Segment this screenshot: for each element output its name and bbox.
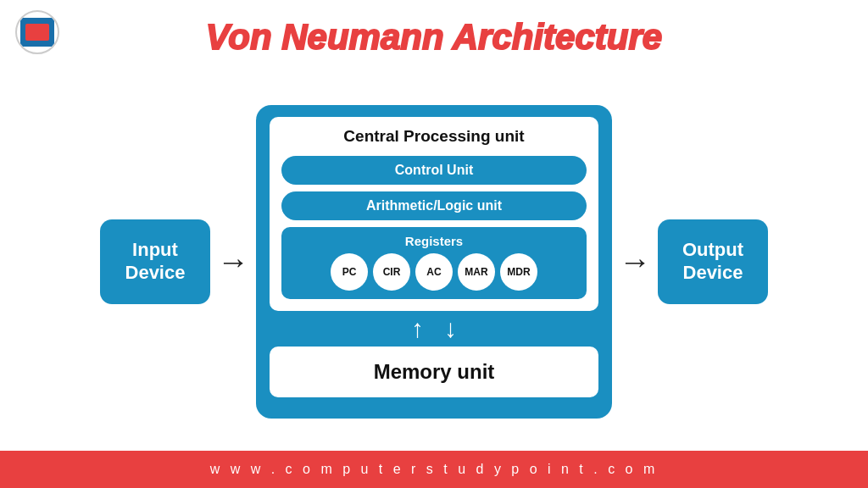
footer-text: w w w . c o m p u t e r s t u d y p o i … (210, 462, 659, 477)
registers-box: Registers PC CIR AC MAR MDR (281, 227, 587, 299)
reg-pc: PC (331, 253, 368, 291)
control-unit-label: Control Unit (395, 163, 473, 177)
main-content: Input Device → Central Processing unit C… (0, 72, 868, 451)
memory-unit-label: Memory unit (374, 360, 495, 384)
registers-circles: PC CIR AC MAR MDR (331, 253, 537, 291)
control-unit-pill: Control Unit (281, 156, 587, 185)
output-arrow: → (619, 246, 651, 278)
input-device-box: Input Device (100, 219, 210, 304)
output-device-box: Output Device (658, 219, 768, 304)
input-device-label: Input Device (125, 239, 186, 284)
up-arrow: ↑ (411, 316, 424, 341)
cpu-inner: Central Processing unit Control Unit Ari… (270, 117, 598, 311)
cpu-title: Central Processing unit (343, 127, 524, 146)
cpu-box: Central Processing unit Control Unit Ari… (256, 105, 612, 419)
reg-mar: MAR (458, 253, 495, 291)
memory-unit-box: Memory unit (270, 347, 598, 397)
alu-label: Arithmetic/Logic unit (366, 198, 502, 213)
alu-pill: Arithmetic/Logic unit (281, 191, 587, 220)
page-title: Von Neumann Architecture (0, 17, 868, 58)
down-arrow: ↓ (444, 316, 457, 341)
cpu-memory-arrows: ↑ ↓ (411, 316, 457, 341)
output-device-label: Output Device (682, 239, 743, 284)
reg-mdr: MDR (500, 253, 537, 291)
registers-title: Registers (405, 234, 463, 248)
footer-bar: w w w . c o m p u t e r s t u d y p o i … (0, 451, 868, 488)
reg-cir: CIR (373, 253, 410, 291)
reg-ac: AC (415, 253, 453, 291)
input-arrow: → (217, 246, 249, 278)
